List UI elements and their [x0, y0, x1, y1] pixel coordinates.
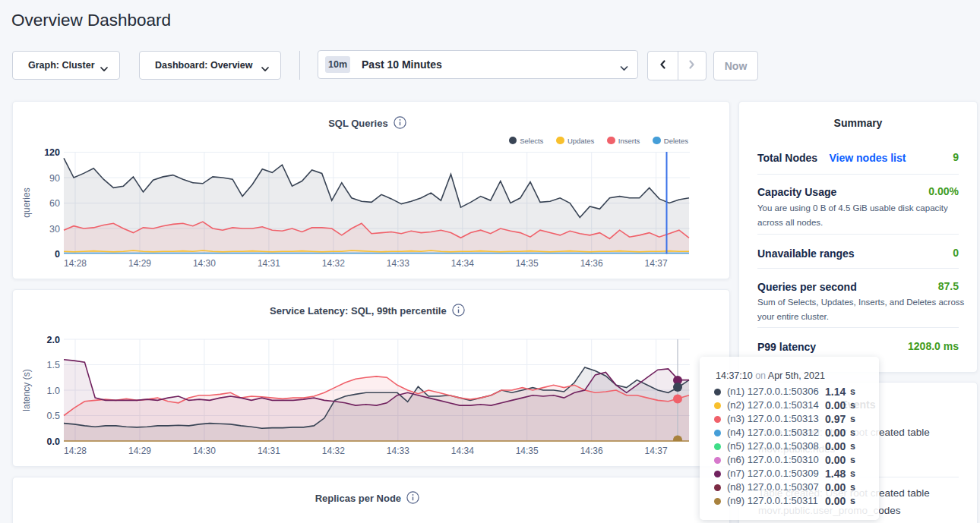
svg-text:14:34: 14:34	[451, 446, 474, 456]
svg-text:60: 60	[49, 198, 60, 209]
svg-text:30: 30	[49, 224, 60, 235]
svg-text:14:37: 14:37	[645, 258, 668, 269]
svg-text:14:29: 14:29	[128, 258, 151, 269]
svg-text:14:30: 14:30	[193, 446, 216, 456]
svg-text:14:34: 14:34	[451, 258, 474, 269]
svg-text:queries: queries	[21, 187, 32, 217]
svg-text:0.0: 0.0	[47, 436, 60, 447]
svg-text:14:36: 14:36	[580, 258, 603, 269]
svg-text:1.5: 1.5	[47, 360, 60, 370]
svg-text:1.0: 1.0	[47, 386, 60, 396]
svg-text:14:36: 14:36	[580, 446, 603, 456]
svg-text:14:33: 14:33	[387, 258, 409, 269]
svg-text:14:37: 14:37	[645, 446, 668, 456]
svg-text:14:28: 14:28	[64, 258, 87, 269]
svg-text:14:32: 14:32	[322, 258, 345, 269]
svg-text:14:28: 14:28	[64, 446, 87, 456]
svg-text:14:35: 14:35	[516, 446, 539, 456]
svg-text:2.0: 2.0	[47, 335, 60, 345]
svg-text:90: 90	[49, 173, 60, 184]
svg-text:120: 120	[44, 147, 60, 158]
svg-text:14:30: 14:30	[193, 258, 216, 269]
svg-text:14:31: 14:31	[258, 258, 280, 269]
svg-text:latency (s): latency (s)	[21, 369, 32, 411]
svg-text:14:33: 14:33	[387, 446, 409, 456]
svg-text:14:29: 14:29	[128, 446, 151, 456]
svg-text:0.5: 0.5	[47, 411, 60, 421]
svg-text:14:35: 14:35	[516, 258, 539, 269]
svg-text:14:32: 14:32	[322, 446, 345, 456]
svg-text:0: 0	[55, 249, 60, 260]
svg-text:14:31: 14:31	[258, 446, 280, 456]
